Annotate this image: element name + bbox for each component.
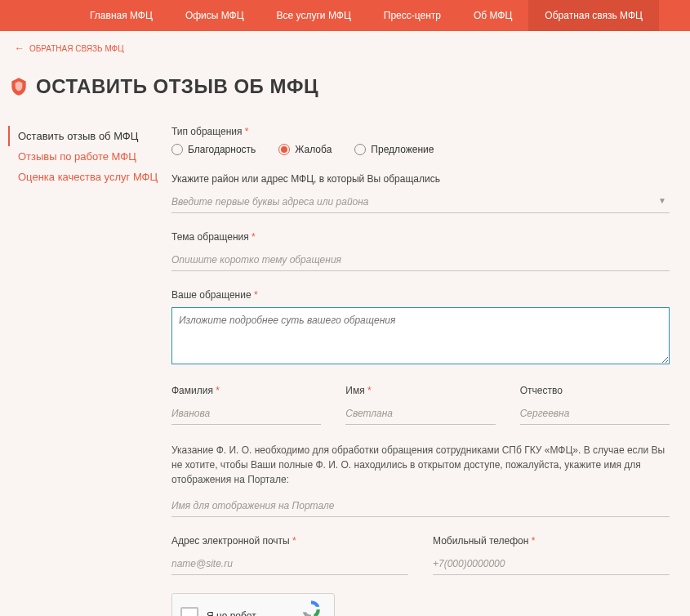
type-label: Тип обращения *: [171, 126, 670, 137]
message-label: Ваше обращение *: [171, 289, 670, 301]
topic-label: Тема обращения *: [171, 231, 670, 243]
phone-label: Мобильный телефон *: [433, 535, 670, 547]
recaptcha-widget[interactable]: Я не робот reCAPTCHA: [171, 593, 335, 616]
nav-item-1[interactable]: Офисы МФЦ: [169, 0, 260, 31]
sidebar-item-1[interactable]: Отзывы по работе МФЦ: [8, 146, 171, 167]
radio-icon: [354, 144, 366, 155]
firstname-label: Имя *: [345, 385, 495, 396]
display-name-input[interactable]: [171, 495, 670, 517]
breadcrumb[interactable]: ← ОБРАТНАЯ СВЯЗЬ МФЦ: [0, 31, 690, 54]
sidebar: Оставить отзыв об МФЦОтзывы по работе МФ…: [0, 126, 171, 616]
feedback-form: Тип обращения * БлагодарностьЖалобаПредл…: [171, 126, 678, 616]
sidebar-item-2[interactable]: Оценка качества услуг МФЦ: [8, 167, 171, 187]
email-input[interactable]: [171, 553, 408, 575]
district-select[interactable]: [171, 191, 670, 213]
type-radio-group: БлагодарностьЖалобаПредложение: [171, 144, 670, 155]
sidebar-item-0[interactable]: Оставить отзыв об МФЦ: [8, 126, 171, 146]
patronymic-input[interactable]: [520, 403, 670, 425]
district-label: Укажите район или адрес МФЦ, в который В…: [171, 173, 670, 185]
nav-item-4[interactable]: Об МФЦ: [457, 0, 528, 31]
recaptcha-logo: reCAPTCHA: [295, 599, 327, 616]
breadcrumb-label: ОБРАТНАЯ СВЯЗЬ МФЦ: [29, 44, 124, 53]
recaptcha-label: Я не робот: [207, 610, 256, 616]
lastname-label: Фамилия *: [171, 385, 321, 396]
email-label: Адрес электронной почты *: [171, 535, 408, 547]
type-radio-0[interactable]: Благодарность: [171, 144, 256, 155]
type-radio-2[interactable]: Предложение: [354, 144, 434, 155]
page-title: ОСТАВИТЬ ОТЗЫВ ОБ МФЦ: [36, 75, 318, 98]
nav-item-2[interactable]: Все услуги МФЦ: [260, 0, 367, 31]
recaptcha-checkbox[interactable]: [180, 607, 198, 616]
radio-icon: [278, 144, 290, 155]
nav-item-0[interactable]: Главная МФЦ: [73, 0, 169, 31]
firstname-input[interactable]: [345, 403, 495, 425]
topic-input[interactable]: [171, 249, 670, 271]
radio-icon: [171, 144, 183, 155]
recaptcha-icon: [300, 599, 322, 616]
radio-label: Жалоба: [295, 144, 332, 155]
nav-item-5[interactable]: Обратная связь МФЦ: [528, 0, 659, 31]
radio-label: Благодарность: [188, 144, 256, 155]
name-hint: Указание Ф. И. О. необходимо для обработ…: [171, 443, 670, 487]
type-radio-1[interactable]: Жалоба: [278, 144, 332, 155]
logo-icon: [8, 76, 29, 97]
phone-input[interactable]: [433, 553, 670, 575]
message-textarea[interactable]: [171, 307, 670, 364]
patronymic-label: Отчество: [520, 385, 670, 396]
top-nav: Главная МФЦОфисы МФЦВсе услуги МФЦПресс-…: [0, 0, 690, 31]
lastname-input[interactable]: [171, 403, 321, 425]
back-arrow-icon: ←: [15, 42, 24, 54]
page-header: ОСТАВИТЬ ОТЗЫВ ОБ МФЦ: [0, 54, 690, 98]
nav-item-3[interactable]: Пресс-центр: [367, 0, 457, 31]
radio-label: Предложение: [371, 144, 434, 155]
